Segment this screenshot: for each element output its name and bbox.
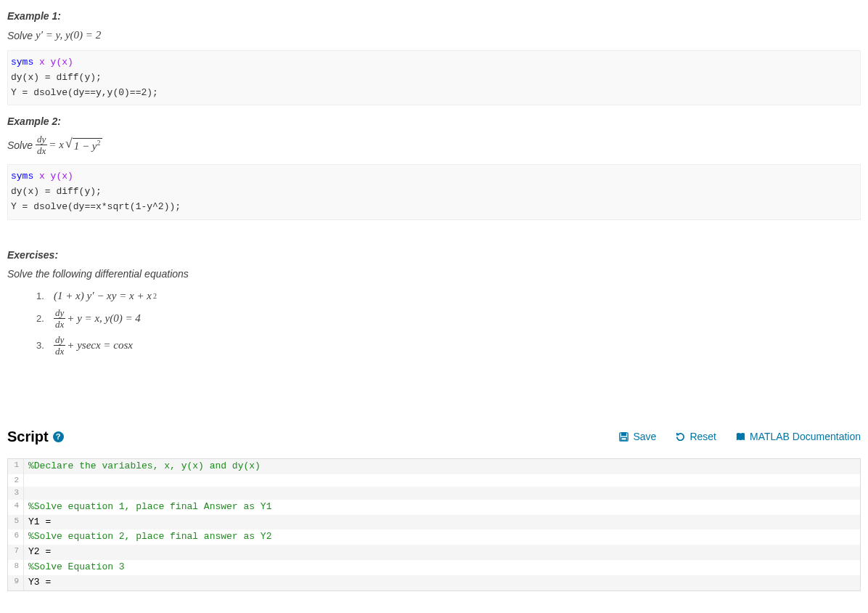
editor-row[interactable]: 6 %Solve equation 2, place final answer … bbox=[8, 529, 860, 545]
code-line[interactable]: %Solve equation 2, place final answer as… bbox=[24, 529, 271, 545]
editor-row[interactable]: 9 Y3 = bbox=[8, 575, 860, 590]
reset-button[interactable]: Reset bbox=[675, 431, 716, 442]
save-icon bbox=[618, 431, 629, 442]
example2-codeblock: syms x y(x) dy(x) = diff(y); Y = dsolve(… bbox=[7, 164, 861, 219]
example1-solve-line: Solve y′ = y, y(0) = 2 bbox=[7, 29, 861, 41]
exercises-title: Exercises: bbox=[7, 249, 861, 261]
line-number: 2 bbox=[8, 474, 24, 487]
script-actions: Save Reset MATLAB Documentation bbox=[618, 431, 861, 442]
example2-title: Example 2: bbox=[7, 115, 861, 127]
code-line: Y = dsolve(dy==y,y(0)==2); bbox=[11, 87, 158, 98]
eq-mid: = x bbox=[49, 139, 64, 151]
ex-num: 1. bbox=[36, 291, 46, 301]
code-line[interactable] bbox=[24, 487, 28, 500]
eq-rest: + ysecx = cosx bbox=[67, 339, 133, 352]
solve-label: Solve bbox=[7, 139, 33, 151]
line-number: 3 bbox=[8, 487, 24, 500]
exercise-eq: dy dx + y = x, y(0) = 4 bbox=[54, 308, 141, 329]
example1-title: Example 1: bbox=[7, 10, 861, 22]
editor-row[interactable]: 4 %Solve equation 1, place final Answer … bbox=[8, 500, 860, 515]
code-line[interactable]: Y1 = bbox=[24, 515, 51, 530]
code-line[interactable]: %Solve Equation 3 bbox=[24, 560, 125, 575]
code-line[interactable]: %Declare the variables, x, y(x) and dy(x… bbox=[24, 459, 261, 474]
ex-num: 3. bbox=[36, 340, 46, 351]
eq-rest: + y = x, y(0) = 4 bbox=[67, 312, 141, 325]
code-line[interactable] bbox=[24, 474, 28, 487]
reset-icon bbox=[675, 431, 686, 442]
editor-row[interactable]: 5 Y1 = bbox=[8, 515, 860, 530]
line-number: 1 bbox=[8, 459, 24, 474]
example1-equation: y′ = y, y(0) = 2 bbox=[36, 29, 101, 41]
code-sym-args: x y(x) bbox=[33, 171, 73, 182]
docs-button[interactable]: MATLAB Documentation bbox=[735, 431, 861, 442]
frac-num: dy bbox=[36, 134, 47, 145]
help-icon[interactable]: ? bbox=[53, 431, 64, 442]
code-line: dy(x) = diff(y); bbox=[11, 72, 102, 83]
example1-codeblock: syms x y(x) dy(x) = diff(y); Y = dsolve(… bbox=[7, 50, 861, 105]
svg-rect-2 bbox=[621, 437, 627, 440]
editor-row[interactable]: 3 bbox=[8, 487, 860, 500]
script-title-group: Script ? bbox=[7, 429, 64, 445]
fraction: dy dx bbox=[36, 134, 47, 155]
frac-den: dx bbox=[37, 145, 46, 155]
fraction: dy dx bbox=[54, 335, 65, 356]
code-line[interactable]: %Solve equation 1, place final Answer as… bbox=[24, 500, 271, 515]
code-line[interactable]: Y2 = bbox=[24, 545, 51, 560]
editor-row[interactable]: 1 %Declare the variables, x, y(x) and dy… bbox=[8, 459, 860, 474]
line-number: 7 bbox=[8, 545, 24, 560]
solve-label: Solve bbox=[7, 30, 33, 41]
exercise-eq: dy dx + ysecx = cosx bbox=[54, 335, 133, 356]
script-header: Script ? Save Reset MATLAB Documentation bbox=[7, 429, 861, 445]
code-kw-syms: syms bbox=[11, 171, 33, 182]
line-number: 9 bbox=[8, 575, 24, 590]
exercise-list: 1. (1 + x) y′ − xy = x + x2 2. dy dx + y… bbox=[36, 290, 861, 356]
frac-num: dy bbox=[54, 308, 65, 319]
ex-num: 2. bbox=[36, 313, 46, 324]
code-line: Y = dsolve(dy==x*sqrt(1-y^2)); bbox=[11, 201, 181, 212]
script-title: Script bbox=[7, 429, 49, 445]
docs-label: MATLAB Documentation bbox=[750, 431, 861, 442]
code-line[interactable]: Y3 = bbox=[24, 575, 51, 590]
frac-num: dy bbox=[54, 335, 65, 346]
code-line: dy(x) = diff(y); bbox=[11, 186, 102, 197]
code-editor[interactable]: 1 %Declare the variables, x, y(x) and dy… bbox=[7, 458, 861, 591]
code-sym-args: x y(x) bbox=[33, 57, 73, 68]
frac-den: dx bbox=[55, 346, 64, 356]
line-number: 5 bbox=[8, 515, 24, 530]
code-kw-syms: syms bbox=[11, 57, 33, 68]
line-number: 8 bbox=[8, 560, 24, 575]
svg-rect-1 bbox=[622, 433, 626, 436]
exercise-item: 1. (1 + x) y′ − xy = x + x2 bbox=[36, 290, 861, 302]
sqrt-body: 1 − y2 bbox=[73, 138, 102, 153]
frac-den: dx bbox=[55, 319, 64, 329]
reset-label: Reset bbox=[689, 431, 716, 442]
exercises-subtitle: Solve the following differential equatio… bbox=[7, 268, 861, 280]
sqrt-sign: √ bbox=[65, 138, 73, 148]
editor-row[interactable]: 7 Y2 = bbox=[8, 545, 860, 560]
book-icon bbox=[735, 431, 746, 442]
example2-solve-line: Solve dy dx = x √ 1 − y2 bbox=[7, 134, 861, 155]
sqrt: √ 1 − y2 bbox=[65, 138, 102, 153]
line-number: 6 bbox=[8, 529, 24, 545]
editor-row[interactable]: 2 bbox=[8, 474, 860, 487]
example2-equation: dy dx = x √ 1 − y2 bbox=[36, 134, 102, 155]
exercise-item: 3. dy dx + ysecx = cosx bbox=[36, 335, 861, 356]
save-button[interactable]: Save bbox=[618, 431, 656, 442]
editor-row[interactable]: 8 %Solve Equation 3 bbox=[8, 560, 860, 575]
exercise-item: 2. dy dx + y = x, y(0) = 4 bbox=[36, 308, 861, 329]
fraction: dy dx bbox=[54, 308, 65, 329]
line-number: 4 bbox=[8, 500, 24, 515]
exercise-eq: (1 + x) y′ − xy = x + x2 bbox=[54, 290, 157, 302]
save-label: Save bbox=[633, 431, 656, 442]
